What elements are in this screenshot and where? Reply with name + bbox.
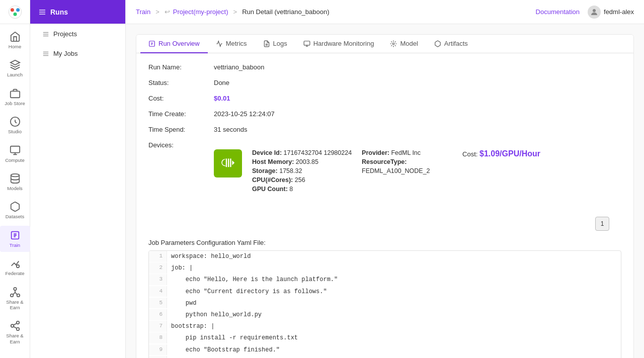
resource-type-key: ResourceType: <box>362 158 407 165</box>
yaml-line: 8 pip install -r requirements.txt <box>149 332 621 344</box>
nav-item-my-jobs-label: My Jobs <box>53 50 77 57</box>
svg-point-0 <box>9 6 21 18</box>
device-id-value: 17167432704 12980224 <box>284 149 352 156</box>
devices-row: Devices: Device Id: <box>148 141 621 203</box>
sidebar-item-datasets[interactable]: Datasets <box>0 197 30 223</box>
user-avatar <box>588 6 601 19</box>
sidebar-item-compute[interactable]: Compute <box>0 141 30 167</box>
device-cost-block: Cost: $1.09/GPU/Hour <box>462 149 540 158</box>
sidebar-item-models-label: Models <box>7 186 23 191</box>
yaml-line-content: pwd <box>167 298 200 309</box>
yaml-line-number: 6 <box>149 309 167 320</box>
nav-panel: Runs Projects My Jobs <box>30 0 126 358</box>
svg-point-21 <box>593 9 596 12</box>
yaml-line-number: 3 <box>149 274 167 285</box>
page-button-1[interactable]: 1 <box>595 217 609 231</box>
time-create-row: Time Create: 2023-10-25 12:24:07 <box>148 110 621 118</box>
svg-point-10 <box>14 287 17 290</box>
tab-model-label: Model <box>400 40 418 47</box>
yaml-line-content: bootstrap: | <box>167 321 218 332</box>
sidebar-item-home[interactable]: Home <box>0 27 30 53</box>
resource-type-line: ResourceType: <box>362 158 452 165</box>
svg-point-3 <box>13 12 17 16</box>
tab-hardware-monitoring[interactable]: Hardware Monitoring <box>295 35 382 53</box>
devices-label: Devices: <box>148 141 214 149</box>
cost-label: Cost: <box>148 95 214 102</box>
documentation-link[interactable]: Documentation <box>536 8 580 16</box>
cost-row: Cost: $0.01 <box>148 95 621 102</box>
svg-point-15 <box>16 328 19 331</box>
yaml-line: 2job: | <box>149 262 621 274</box>
time-create-label: Time Create: <box>148 110 214 118</box>
status-value: Done <box>214 79 229 86</box>
status-row: Status: Done <box>148 79 621 86</box>
storage-key: Storage: <box>252 167 279 174</box>
provider-key: Provider: <box>362 149 389 156</box>
time-spend-row: Time Spend: 31 seconds <box>148 126 621 133</box>
yaml-line: 5 pwd <box>149 298 621 309</box>
storage-value: 1758.32 <box>279 167 302 174</box>
yaml-line-content: workspace: hello_world <box>167 251 255 262</box>
sidebar-item-studio[interactable]: Studio <box>0 112 30 138</box>
nav-item-my-jobs[interactable]: My Jobs <box>34 45 121 62</box>
svg-point-9 <box>16 265 19 268</box>
yaml-editor[interactable]: 1workspace: hello_world2job: |3 echo "He… <box>148 250 621 358</box>
yaml-line: 1workspace: hello_world <box>149 251 621 262</box>
yaml-title: Job Parameters Configuration Yaml File: <box>148 239 621 246</box>
content-area: Run Overview Metrics Logs Hardware Monit… <box>126 24 644 358</box>
nav-item-projects[interactable]: Projects <box>34 25 121 43</box>
time-spend-label: Time Spend: <box>148 126 214 133</box>
gpu-value: 8 <box>289 186 293 193</box>
yaml-line: 3 echo "Hello, Here is the launch platfo… <box>149 274 621 286</box>
yaml-line-content: echo "Bootstrap finished." <box>167 344 284 356</box>
sidebar-item-federate[interactable]: Share & Earn <box>0 283 30 315</box>
gpu-key: GPU Count: <box>252 186 289 193</box>
tab-metrics-label: Metrics <box>226 40 247 47</box>
breadcrumb-project[interactable]: Project(my-project) <box>173 8 228 16</box>
cpu-line: CPU(#Cores): 256 <box>252 176 352 184</box>
yaml-line: 10computing: <box>149 356 621 358</box>
sidebar: Home Launch Job Store Studio Compute Mod… <box>0 0 30 358</box>
tab-logs[interactable]: Logs <box>255 35 295 53</box>
svg-point-35 <box>393 43 395 45</box>
breadcrumb-current: Run Detail (vettriano_baboon) <box>242 8 329 16</box>
host-memory-key: Host Memory: <box>252 158 296 165</box>
tab-run-overview[interactable]: Run Overview <box>140 35 208 53</box>
tab-artifacts[interactable]: Artifacts <box>426 35 476 53</box>
runs-icon <box>38 8 46 16</box>
yaml-line-content: pip install -r requirements.txt <box>167 332 302 344</box>
breadcrumb-train[interactable]: Train <box>136 8 150 16</box>
tab-model[interactable]: Model <box>382 35 426 53</box>
yaml-line-content: job: | <box>167 262 197 274</box>
nvidia-icon <box>214 149 242 177</box>
main-card: Run Overview Metrics Logs Hardware Monit… <box>136 34 634 358</box>
sidebar-item-launch[interactable]: Launch <box>0 55 30 81</box>
tab-hardware-monitoring-label: Hardware Monitoring <box>313 40 374 47</box>
yaml-line-number: 5 <box>149 298 167 309</box>
svg-point-1 <box>10 8 14 12</box>
host-memory-value: 2003.85 <box>296 158 318 165</box>
time-spend-value: 31 seconds <box>214 126 248 133</box>
tab-metrics[interactable]: Metrics <box>208 35 255 53</box>
device-block: Device Id: 17167432704 12980224 Host Mem… <box>214 141 540 203</box>
cpu-key: CPU(#Cores): <box>252 176 295 184</box>
sidebar-item-train[interactable]: Train <box>0 226 30 252</box>
tabs-bar: Run Overview Metrics Logs Hardware Monit… <box>136 35 633 53</box>
svg-line-17 <box>13 323 16 325</box>
yaml-line: 4 echo "Current directory is as follows.… <box>149 286 621 298</box>
run-name-label: Run Name: <box>148 63 214 71</box>
yaml-line-content: python hello_world.py <box>167 309 266 321</box>
device-info: Device Id: 17167432704 12980224 Host Mem… <box>252 149 352 195</box>
yaml-line-number: 2 <box>149 262 167 274</box>
sidebar-item-share-earn[interactable]: Share & Earn <box>0 316 30 348</box>
breadcrumb-arrow-icon: ↩ <box>165 8 170 16</box>
breadcrumb-sep-1: > <box>155 8 159 16</box>
gpu-line: GPU Count: 8 <box>252 186 352 193</box>
sidebar-item-models[interactable]: Models <box>0 169 30 195</box>
sidebar-item-job-store-label: Job Store <box>5 101 25 106</box>
sidebar-item-job-store[interactable]: Job Store <box>0 84 30 110</box>
sidebar-item-deploy[interactable]: Federate <box>0 254 30 280</box>
device-provider: Provider: FedML Inc ResourceType: FEDML_… <box>362 149 452 176</box>
user-name: fedml-alex <box>604 8 634 16</box>
yaml-line-number: 10 <box>149 356 167 358</box>
